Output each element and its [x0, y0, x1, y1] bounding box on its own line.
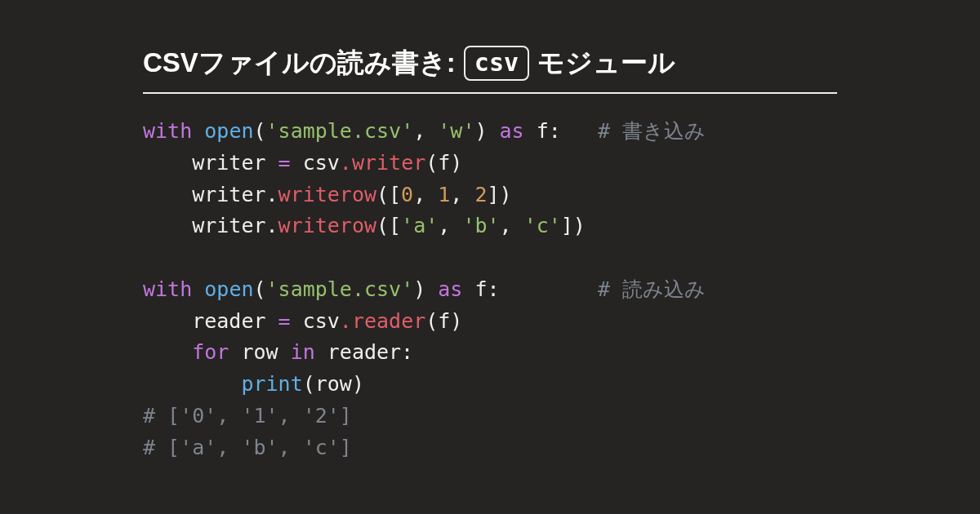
code-token: writer.: [143, 214, 278, 237]
code-line: writer = csv.writer(f): [143, 148, 837, 179]
code-token: 'c': [524, 214, 561, 237]
code-token: ([: [376, 183, 401, 206]
code-token: =: [278, 309, 291, 333]
code-token: writer.: [143, 183, 278, 206]
code-token: (f): [425, 151, 462, 175]
code-token: ([: [376, 214, 401, 237]
code-token: reader:: [315, 340, 413, 364]
code-token: (f): [425, 309, 462, 333]
code-token: writerow: [278, 183, 376, 206]
code-token: # 読み込み: [598, 277, 706, 301]
code-token: with: [143, 119, 192, 143]
code-token: [192, 277, 204, 301]
code-token: csv: [291, 309, 340, 333]
code-token: 'sample.csv': [266, 119, 414, 143]
code-token: # ['0', '1', '2']: [143, 404, 352, 428]
code-token: 0: [401, 183, 413, 206]
code-token: ,: [413, 119, 438, 143]
code-token: open: [204, 119, 253, 143]
code-token: (: [254, 119, 266, 143]
code-token: # 書き込み: [598, 119, 706, 143]
code-token: reader: [352, 309, 425, 333]
code-token: writer: [352, 151, 425, 175]
code-token: with: [143, 277, 192, 301]
code-token: reader: [143, 309, 278, 333]
code-token: ): [413, 277, 438, 301]
code-token: writer: [143, 151, 278, 175]
code-token: [143, 372, 241, 396]
code-token: # ['a', 'b', 'c']: [143, 436, 352, 459]
code-line: with open('sample.csv') as f: # 読み込み: [143, 274, 837, 306]
code-line: writer.writerow(['a', 'b', 'c']): [143, 210, 837, 242]
code-token: (: [254, 277, 266, 301]
code-token: writerow: [278, 214, 376, 237]
code-line: # ['0', '1', '2']: [143, 401, 837, 432]
code-token: f:: [524, 119, 598, 143]
code-token: ,: [413, 183, 438, 206]
code-token: ): [474, 119, 499, 143]
code-line: for row in reader:: [143, 337, 837, 369]
code-token: .: [340, 151, 352, 175]
code-token: 'a': [401, 214, 438, 237]
code-token: [192, 119, 204, 143]
code-token: f:: [462, 277, 598, 301]
code-token: open: [204, 277, 253, 301]
code-line: print(row): [143, 369, 837, 401]
page-title: CSVファイルの読み書き: csv モジュール: [143, 45, 837, 94]
code-token: 'w': [438, 119, 474, 143]
code-token: in: [291, 340, 315, 364]
code-line: # ['a', 'b', 'c']: [143, 432, 837, 464]
title-post: モジュール: [537, 45, 675, 82]
code-token: csv: [291, 151, 340, 175]
code-line: with open('sample.csv', 'w') as f: # 書き込…: [143, 116, 837, 148]
code-token: [143, 340, 192, 364]
title-badge: csv: [464, 46, 529, 81]
code-token: ,: [500, 214, 524, 237]
code-token: ,: [438, 214, 462, 237]
code-line: reader = csv.reader(f): [143, 306, 837, 338]
code-token: 'sample.csv': [266, 277, 414, 301]
code-token: ,: [450, 183, 474, 206]
code-token: =: [278, 151, 291, 175]
code-token: 1: [438, 183, 450, 206]
code-line: [143, 242, 837, 274]
code-token: .: [340, 309, 352, 333]
code-line: writer.writerow([0, 1, 2]): [143, 179, 837, 211]
code-token: ]): [488, 183, 512, 206]
code-token: as: [500, 119, 524, 143]
code-token: row: [229, 340, 290, 364]
title-pre: CSVファイルの読み書き:: [143, 45, 456, 82]
code-token: as: [438, 277, 462, 301]
code-token: 2: [474, 183, 487, 206]
code-token: print: [241, 372, 302, 396]
code-token: ]): [561, 214, 586, 237]
code-token: for: [192, 340, 229, 364]
code-token: (row): [303, 372, 364, 396]
code-token: 'b': [462, 214, 499, 237]
code-block: with open('sample.csv', 'w') as f: # 書き込…: [143, 116, 837, 463]
